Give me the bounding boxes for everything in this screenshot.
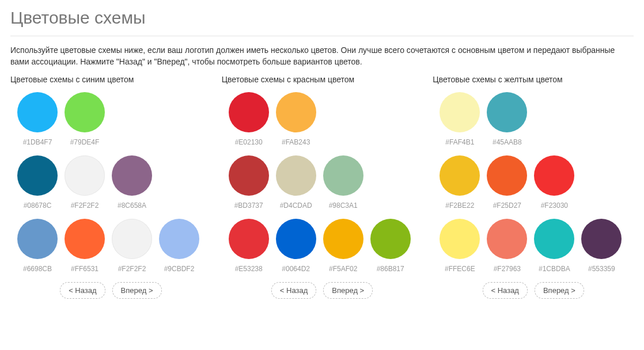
color-circle	[112, 155, 152, 196]
color-hex-label: #E02130	[235, 138, 263, 146]
color-swatch[interactable]: #79DE4F	[65, 92, 105, 146]
color-swatch[interactable]: #E02130	[229, 92, 269, 146]
color-swatch[interactable]: #F2BE22	[440, 155, 480, 210]
forward-button[interactable]: Вперед >	[323, 282, 373, 299]
color-swatch[interactable]: #FAF4B1	[440, 92, 480, 146]
color-scheme-row: #E53238#0064D2#F5AF02#86B817	[222, 219, 423, 273]
color-scheme-row: #E02130#FAB243	[222, 92, 423, 146]
color-circle	[65, 92, 105, 132]
color-scheme-row: #F2BE22#F25D27#F23030	[433, 155, 634, 210]
color-swatch[interactable]: #9CBDF2	[159, 219, 199, 273]
intro-text: Используйте цветовые схемы ниже, если ва…	[10, 44, 634, 68]
color-circle	[440, 155, 480, 196]
color-swatch[interactable]: #F5AF02	[323, 219, 363, 273]
nav-buttons: < НазадВперед >	[222, 282, 423, 299]
color-circle	[487, 155, 527, 196]
column: Цветовые схемы с синим цветом#1DB4F7#79D…	[10, 75, 211, 299]
color-hex-label: #98C3A1	[329, 201, 358, 210]
column-title: Цветовые схемы с синим цветом	[10, 75, 211, 84]
color-circle	[370, 219, 411, 259]
color-swatch[interactable]: #FF6531	[65, 219, 105, 273]
color-circle	[276, 155, 316, 196]
color-swatch[interactable]: #F2F2F2	[65, 155, 105, 210]
color-swatch[interactable]: #FFEC6E	[440, 219, 480, 273]
forward-button[interactable]: Вперед >	[112, 282, 162, 299]
color-swatch[interactable]: #86B817	[370, 219, 411, 273]
color-circle	[276, 92, 316, 132]
color-circle	[159, 219, 199, 259]
color-swatch[interactable]: #1CBDBA	[534, 219, 574, 273]
color-hex-label: #9CBDF2	[164, 265, 195, 273]
color-scheme-row: #1DB4F7#79DE4F	[10, 92, 211, 146]
columns: Цветовые схемы с синим цветом#1DB4F7#79D…	[10, 75, 634, 299]
color-swatch[interactable]: #F25D27	[487, 155, 527, 210]
color-scheme-row: #BD3737#D4CDAD#98C3A1	[222, 155, 423, 210]
color-swatch[interactable]: #F27963	[487, 219, 527, 273]
color-hex-label: #F5AF02	[329, 265, 357, 273]
color-hex-label: #FAB243	[282, 138, 310, 146]
color-hex-label: #8C658A	[118, 201, 146, 210]
color-circle	[487, 219, 527, 259]
color-hex-label: #0064D2	[282, 265, 310, 273]
back-button[interactable]: < Назад	[483, 282, 528, 299]
color-circle	[17, 92, 58, 132]
color-swatch[interactable]: #45AAB8	[487, 92, 527, 146]
column: Цветовые схемы с желтым цветом#FAF4B1#45…	[433, 75, 634, 299]
column: Цветовые схемы с красным цветом#E02130#F…	[222, 75, 423, 299]
color-swatch[interactable]: #1DB4F7	[17, 92, 58, 146]
color-circle	[229, 92, 269, 132]
page-title: Цветовые схемы	[10, 8, 634, 28]
color-scheme-row: #08678C#F2F2F2#8C658A	[10, 155, 211, 210]
back-button[interactable]: < Назад	[60, 282, 105, 299]
column-title: Цветовые схемы с желтым цветом	[433, 75, 634, 84]
color-scheme-row: #6698CB#FF6531#F2F2F2#9CBDF2	[10, 219, 211, 273]
color-swatch[interactable]: #FAB243	[276, 92, 316, 146]
color-circle	[534, 219, 574, 259]
color-hex-label: #08678C	[24, 201, 52, 210]
back-button[interactable]: < Назад	[271, 282, 316, 299]
color-hex-label: #553359	[588, 265, 615, 273]
color-swatch[interactable]: #F23030	[534, 155, 574, 210]
color-hex-label: #F2BE22	[445, 201, 474, 210]
color-circle	[65, 219, 105, 259]
color-hex-label: #D4CDAD	[280, 201, 312, 210]
nav-buttons: < НазадВперед >	[433, 282, 634, 299]
color-hex-label: #FFEC6E	[445, 265, 475, 273]
color-hex-label: #1DB4F7	[23, 138, 52, 146]
color-circle	[323, 219, 363, 259]
color-swatch[interactable]: #BD3737	[229, 155, 269, 210]
color-swatch[interactable]: #E53238	[229, 219, 269, 273]
color-hex-label: #86B817	[377, 265, 404, 273]
color-circle	[581, 219, 622, 259]
color-swatch[interactable]: #8C658A	[112, 155, 152, 210]
color-circle	[112, 219, 152, 259]
color-circle	[229, 155, 269, 196]
color-swatch[interactable]: #F2F2F2	[112, 219, 152, 273]
color-swatch[interactable]: #D4CDAD	[276, 155, 316, 210]
color-hex-label: #FF6531	[71, 265, 99, 273]
color-swatch[interactable]: #08678C	[17, 155, 58, 210]
color-circle	[65, 155, 105, 196]
color-swatch[interactable]: #0064D2	[276, 219, 316, 273]
color-circle	[17, 155, 58, 196]
nav-buttons: < НазадВперед >	[10, 282, 211, 299]
color-circle	[440, 92, 480, 132]
color-hex-label: #F25D27	[493, 201, 521, 210]
color-hex-label: #E53238	[235, 265, 263, 273]
color-swatch[interactable]: #553359	[581, 219, 622, 273]
column-title: Цветовые схемы с красным цветом	[222, 75, 423, 84]
color-hex-label: #FAF4B1	[445, 138, 474, 146]
color-swatch[interactable]: #6698CB	[17, 219, 58, 273]
color-hex-label: #BD3737	[234, 201, 263, 210]
color-hex-label: #F23030	[541, 201, 568, 210]
color-hex-label: #6698CB	[23, 265, 52, 273]
forward-button[interactable]: Вперед >	[535, 282, 584, 299]
color-hex-label: #F2F2F2	[118, 265, 146, 273]
color-hex-label: #45AAB8	[493, 138, 522, 146]
color-scheme-row: #FFEC6E#F27963#1CBDBA#553359	[433, 219, 634, 273]
color-hex-label: #F27963	[494, 265, 521, 273]
color-swatch[interactable]: #98C3A1	[323, 155, 363, 210]
color-scheme-row: #FAF4B1#45AAB8	[433, 92, 634, 146]
color-circle	[323, 155, 363, 196]
color-circle	[440, 219, 480, 259]
